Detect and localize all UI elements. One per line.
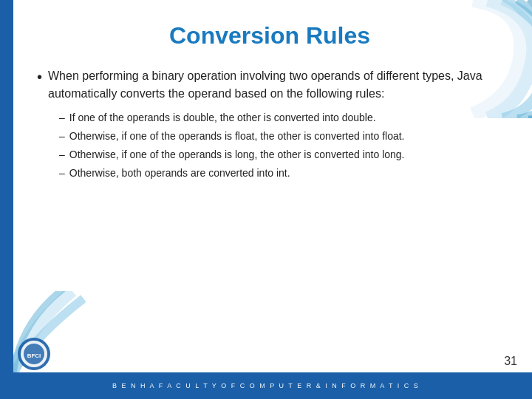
svg-text:BFCI: BFCI — [27, 352, 41, 359]
sub-bullet-2: – Otherwise, if one of the operands is f… — [59, 129, 517, 144]
sub-bullet-text-2: Otherwise, if one of the operands is flo… — [69, 129, 405, 144]
dash-1: – — [59, 110, 65, 126]
slide: BFCI Conversion Rules • When performing … — [0, 0, 532, 399]
left-bar — [0, 0, 13, 399]
sub-bullet-4: – Otherwise, both operands are converted… — [59, 166, 517, 181]
bottom-bar: B e n h a f a c u l t y o f c o m p u t … — [0, 372, 532, 399]
main-bullet-text: When performing a binary operation invol… — [48, 67, 517, 103]
main-content: Conversion Rules • When performing a bin… — [22, 15, 517, 340]
bullet-dot: • — [37, 67, 42, 86]
main-bullet: • When performing a binary operation inv… — [37, 67, 517, 103]
slide-title: Conversion Rules — [22, 22, 517, 50]
bottom-label: B e n h a f a c u l t y o f c o m p u t … — [112, 382, 420, 389]
dash-3: – — [59, 147, 65, 163]
dash-2: – — [59, 129, 65, 144]
sub-bullet-1: – If one of the operands is double, the … — [59, 110, 517, 126]
sub-bullets-list: – If one of the operands is double, the … — [59, 110, 517, 181]
sub-bullet-text-4: Otherwise, both operands are converted i… — [69, 166, 290, 181]
page-number: 31 — [504, 355, 517, 368]
sub-bullet-text-3: Otherwise, if one of the operands is lon… — [69, 147, 405, 163]
dash-4: – — [59, 166, 65, 181]
sub-bullet-3: – Otherwise, if one of the operands is l… — [59, 147, 517, 163]
sub-bullet-text-1: If one of the operands is double, the ot… — [69, 110, 376, 126]
bottom-text-area: B e n h a f a c u l t y o f c o m p u t … — [0, 372, 532, 399]
